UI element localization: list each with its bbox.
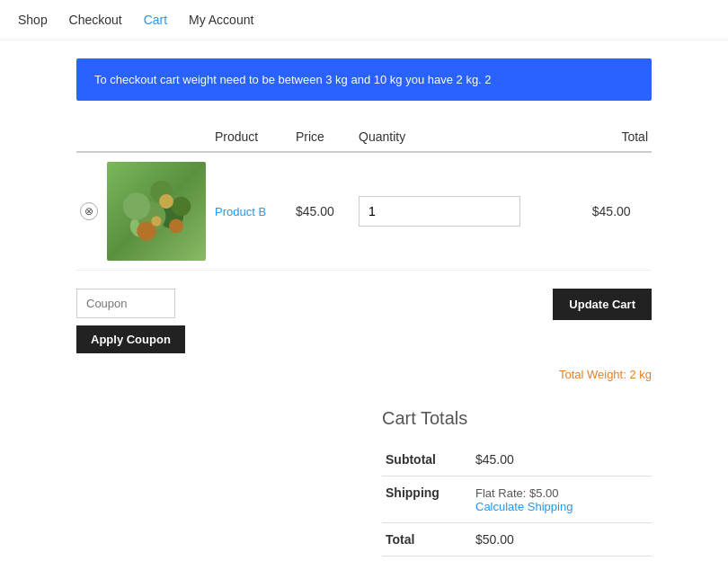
- nav-my-account[interactable]: My Account: [189, 13, 253, 27]
- product-total-cell: $45.00: [589, 152, 652, 271]
- coupon-input[interactable]: [76, 289, 175, 318]
- remove-cell: ⊗: [76, 152, 103, 271]
- col-remove: [76, 122, 103, 152]
- nav-checkout[interactable]: Checkout: [69, 13, 122, 27]
- product-total: $45.00: [592, 204, 631, 218]
- shipping-label: Shipping: [382, 476, 472, 523]
- subtotal-label: Subtotal: [382, 443, 472, 476]
- total-label: Total: [382, 523, 472, 557]
- col-product: Product: [211, 122, 292, 152]
- subtotal-value: $45.00: [472, 443, 652, 476]
- shipping-row: Shipping Flat Rate: $5.00 Calculate Ship…: [382, 476, 652, 523]
- col-quantity: Quantity: [355, 122, 589, 152]
- calculate-shipping-link[interactable]: Calculate Shipping: [475, 500, 648, 513]
- total-weight: Total Weight: 2 kg: [76, 368, 652, 381]
- total-row: Total $50.00: [382, 523, 652, 557]
- remove-item-button[interactable]: ⊗: [80, 202, 98, 220]
- product-name-cell: Product B: [211, 152, 292, 271]
- nav-cart[interactable]: Cart: [144, 13, 167, 27]
- nav-shop[interactable]: Shop: [18, 13, 48, 27]
- totals-table: Subtotal $45.00 Shipping Flat Rate: $5.0…: [382, 443, 652, 557]
- flat-rate-text: Flat Rate: $5.00: [475, 486, 559, 500]
- product-price-cell: $45.00: [292, 152, 355, 271]
- subtotal-row: Subtotal $45.00: [382, 443, 652, 476]
- cart-totals-heading: Cart Totals: [382, 408, 652, 429]
- alert-banner: To checkout cart weight need to be betwe…: [76, 58, 652, 101]
- quantity-input[interactable]: [359, 196, 520, 227]
- cart-actions: Apply Coupon Update Cart: [76, 289, 652, 353]
- update-cart-button[interactable]: Update Cart: [553, 289, 652, 320]
- page-content: To checkout cart weight need to be betwe…: [58, 40, 670, 570]
- product-quantity-cell: [355, 152, 589, 271]
- col-image: [103, 122, 211, 152]
- col-total: Total: [589, 122, 652, 152]
- product-link[interactable]: Product B: [215, 205, 266, 218]
- main-nav: Shop Checkout Cart My Account: [0, 0, 728, 40]
- col-price: Price: [292, 122, 355, 152]
- alert-message: To checkout cart weight need to be betwe…: [94, 73, 492, 86]
- coupon-area: Apply Coupon: [76, 289, 185, 353]
- table-row: ⊗ Product B $45.00 $45.00: [76, 152, 652, 271]
- cart-table: Product Price Quantity Total ⊗ Product B…: [76, 122, 652, 271]
- apply-coupon-button[interactable]: Apply Coupon: [76, 325, 185, 353]
- product-image: [107, 162, 206, 261]
- shipping-details: Flat Rate: $5.00 Calculate Shipping: [472, 476, 652, 523]
- total-value: $50.00: [472, 523, 652, 557]
- product-price: $45.00: [296, 204, 334, 218]
- product-image-cell: [103, 152, 211, 271]
- cart-totals: Cart Totals Subtotal $45.00 Shipping Fla…: [382, 408, 652, 557]
